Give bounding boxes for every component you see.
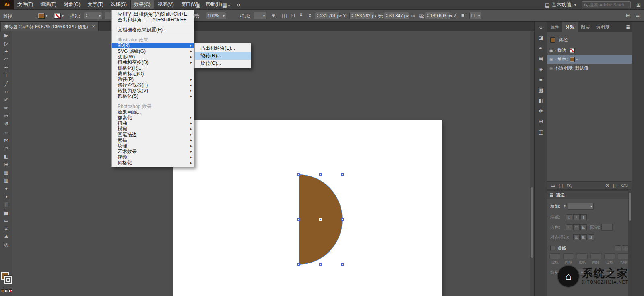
transparency-panel-icon[interactable]: ◧ [535,95,547,106]
type-tool[interactable]: T [0,72,12,80]
appearance-opacity-row[interactable]: ◉ 不透明度: 默认值 [547,64,632,72]
color-panel-icon[interactable]: ◪ [535,32,547,43]
selection-handle[interactable] [297,218,300,221]
menubar-item[interactable]: 编辑(E) [37,0,60,9]
column-graph-tool[interactable]: ▅ [0,209,12,217]
selection-handle[interactable] [341,173,344,176]
stroke-weight-input[interactable]: ▾ [568,203,594,210]
dash-field[interactable]: 虚线 [576,253,588,265]
visibility-eye-icon[interactable]: ◉ [549,57,553,62]
dash-input[interactable] [563,253,574,259]
clear-appearance-icon[interactable]: ⊘ [605,183,609,188]
3d-submenu-item[interactable]: 旋转(O)... [195,60,251,67]
duplicate-item-icon[interactable]: ◫ [613,183,617,188]
style-dropdown[interactable]: ▾ [254,12,266,19]
perspective-grid-tool[interactable]: ⊞ [0,160,12,168]
bevel-join-icon[interactable]: ◣ [580,224,587,230]
panel-menu-icon[interactable]: ≣ [626,24,630,30]
effect-menu-item[interactable]: 凸出和斜角... Alt+Shift+Ctrl+E ▸ [112,17,194,23]
stroke-panel-header[interactable]: ≣ 描边 [547,190,632,199]
collapse-panels-icon[interactable]: « [535,22,547,32]
app-grid-icon[interactable]: ⊞ [636,2,641,8]
delete-item-icon[interactable]: ⌫ [621,183,628,188]
projecting-cap-icon[interactable]: ▮ [580,214,587,220]
lasso-tool[interactable]: ◠ [0,56,12,64]
none-paint-icon[interactable] [9,289,12,292]
ellipse-tool[interactable]: ○ [0,88,12,96]
vertical-align-icon[interactable]: ⊡ [291,13,295,18]
slice-tool[interactable]: # [0,225,12,233]
selection-handle[interactable] [297,263,300,266]
preserve-dash-icon[interactable]: ╍ [615,245,621,251]
menubar-item[interactable]: 选择(S) [107,0,130,9]
shear-icon[interactable]: ∠ [453,13,458,18]
rotate-tool[interactable]: ↺ [0,120,12,128]
effect-menu-item[interactable]: 风格化 ▸ [112,160,194,166]
visibility-eye-icon[interactable]: ◉ [549,48,553,53]
dash-input[interactable] [590,253,601,259]
selection-handle[interactable] [319,263,322,266]
dash-input[interactable] [549,253,560,259]
artboard-tool[interactable]: ▭ [0,217,12,225]
transform-dropdown[interactable]: ◫▾ [469,12,481,19]
visibility-eye-icon[interactable]: ◉ [549,66,553,70]
stock-search[interactable] [582,1,631,8]
mesh-tool[interactable]: ▦ [0,168,12,176]
add-new-fill-icon[interactable]: ▢ [559,183,563,188]
horizontal-align-icon[interactable]: ◫ [282,13,287,18]
adobe-stock-badge[interactable]: St [208,2,215,8]
selection-handle[interactable] [341,218,344,221]
scrollbar-thumb[interactable] [531,187,533,258]
selection-handle[interactable] [319,173,322,176]
dash-field[interactable]: 间隙 [562,253,575,265]
dash-input[interactable] [618,253,629,259]
scale-tool[interactable]: ↔ [0,128,12,136]
color-paint-icon[interactable] [1,289,4,292]
close-tab-icon[interactable]: × [92,24,95,29]
width-tool[interactable]: ⋈ [0,136,12,144]
control-panel-menu-icon[interactable]: ≣ [636,13,640,18]
free-transform-tool[interactable]: ▱ [0,144,12,152]
appearance-stroke-row[interactable]: ◉ › 描边: [547,46,632,55]
eyedropper-tool[interactable]: ♦ [0,184,12,193]
arrange-documents-icon[interactable]: ▣ [196,2,200,8]
appearance-fill-row[interactable]: ◉ › 填色: ▾ [547,55,632,64]
dash-input[interactable] [577,253,588,259]
height-field[interactable]: ▲▼139.693 px [425,12,450,19]
stroke-panel-icon[interactable]: ≡ [535,74,547,85]
stock-search-input[interactable] [589,2,628,7]
miter-join-icon[interactable]: ∟ [566,224,572,230]
pathfinder-panel-icon[interactable]: ◫ [535,126,547,137]
add-new-effect-icon[interactable]: fx, [567,183,572,188]
transform-options-icon[interactable]: ≡ [461,13,464,18]
fill-brown-swatch[interactable] [570,57,575,62]
3d-submenu-item[interactable]: 绕转(R)... [195,52,251,60]
panel-scrollbar[interactable] [628,190,632,296]
stroke-color-indicator[interactable] [4,276,12,284]
y-field[interactable]: ▲▼153.262 px [349,12,374,19]
panel-tab[interactable]: 属性 [547,22,562,32]
scrollbar-thumb[interactable] [629,193,631,221]
butt-cap-icon[interactable]: ▯ [566,214,572,220]
dash-field[interactable]: 间隙 [590,253,602,265]
dashed-line-checkbox[interactable] [550,246,555,250]
gpu-performance-icon[interactable]: ✈ [237,2,242,8]
center-anchor-point[interactable] [319,218,322,221]
opacity-default-value[interactable]: 默认值 [575,65,588,71]
graphic-styles-panel-icon[interactable]: ❖ [535,106,547,116]
align-stroke-center-icon[interactable]: ◫ [573,234,580,240]
dash-field[interactable]: 间隙 [617,253,630,265]
dock-arrange-icon[interactable]: ⊞ [626,13,630,18]
recolor-artwork-icon[interactable]: ⊕ [271,13,276,18]
magic-wand-tool[interactable]: ✦ [0,48,12,56]
x-field[interactable]: ▲▼231.701 px [315,12,340,19]
stroke-none-swatch[interactable] [570,48,575,53]
selection-tool[interactable]: ▶ [0,31,12,39]
document-tab[interactable]: 未标题-2.ai* @ 66.67% (CMYK/GPU 预览) × [1,22,99,31]
zoom-tool[interactable]: ◎ [0,241,12,249]
workspace-switcher[interactable]: ▤ 基本功能 ▾ [545,2,576,8]
fill-color-swatch[interactable]: ▾ [38,12,47,19]
shape-builder-tool[interactable]: ◧ [0,152,12,160]
stroke-color-swatch[interactable]: ▾ [54,12,64,19]
canvas[interactable] [12,31,534,296]
